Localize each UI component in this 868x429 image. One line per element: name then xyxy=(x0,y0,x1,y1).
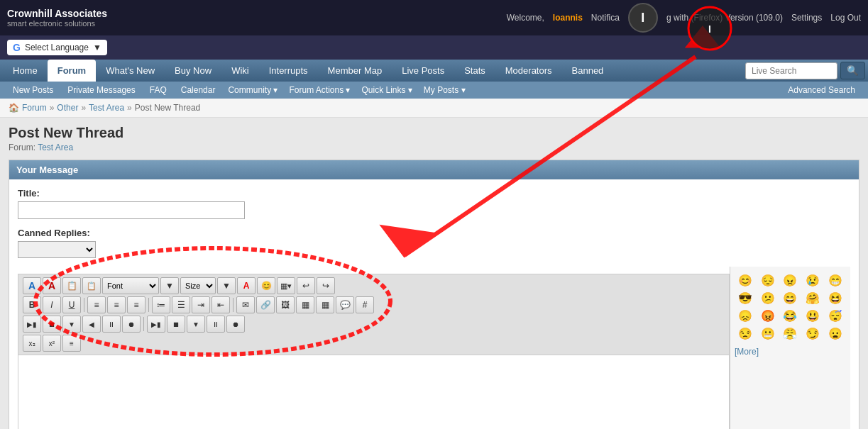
smiley-18[interactable]: 😤 xyxy=(780,325,801,342)
subnav-my-posts-dropdown[interactable]: My Posts ▾ xyxy=(418,82,471,99)
toolbar-btn-indent[interactable]: ⇥ xyxy=(192,296,210,313)
avatar: I xyxy=(628,3,658,33)
toolbar-btn-emoji[interactable]: 😊 xyxy=(257,277,275,294)
smiley-3[interactable]: 😠 xyxy=(780,272,801,289)
nav-banned[interactable]: Banned xyxy=(562,60,614,82)
toolbar-size-select[interactable]: Size xyxy=(180,277,216,294)
breadcrumb-forum[interactable]: Forum xyxy=(22,103,47,113)
toolbar-btn-table2[interactable]: ▦ xyxy=(296,296,314,313)
toolbar-font-dropdown[interactable]: ▼ xyxy=(160,277,179,294)
smiley-6[interactable]: 😎 xyxy=(735,290,756,306)
smiley-20[interactable]: 😦 xyxy=(825,325,846,342)
nav-wiki[interactable]: Wiki xyxy=(221,60,259,82)
search-input[interactable] xyxy=(745,62,837,79)
smiley-12[interactable]: 😡 xyxy=(757,308,779,324)
smiley-5[interactable]: 😁 xyxy=(825,272,846,289)
toolbar-btn-justify[interactable]: ≡ xyxy=(62,335,81,352)
forum-name-link[interactable]: Test Area xyxy=(38,143,73,152)
toolbar-btn-hash[interactable]: # xyxy=(356,296,374,313)
toolbar-btn-r10[interactable]: ⏸ xyxy=(207,316,225,333)
toolbar-btn-b[interactable]: B xyxy=(23,296,41,313)
more-smileys-link[interactable]: [More] xyxy=(735,347,759,357)
settings-link[interactable]: Settings xyxy=(791,13,822,23)
smiley-13[interactable]: 😂 xyxy=(780,308,801,324)
breadcrumb-test-area[interactable]: Test Area xyxy=(89,103,124,113)
nav-buy-now[interactable]: Buy Now xyxy=(165,60,221,82)
smiley-8[interactable]: 😄 xyxy=(780,290,801,306)
smiley-17[interactable]: 😬 xyxy=(757,325,779,342)
toolbar-btn-r4[interactable]: ◀ xyxy=(82,316,101,333)
nav-live-posts[interactable]: Live Posts xyxy=(392,60,454,82)
subnav-community-dropdown[interactable]: Community ▾ xyxy=(222,82,283,99)
toolbar-btn-redo[interactable]: ↪ xyxy=(317,277,335,294)
nav-interrupts[interactable]: Interrupts xyxy=(259,60,318,82)
toolbar-btn-email[interactable]: ✉ xyxy=(236,296,255,313)
toolbar-btn-color[interactable]: A xyxy=(237,277,256,294)
editor-content[interactable] xyxy=(18,355,729,429)
toolbar-btn-subscript[interactable]: x₂ xyxy=(23,335,41,352)
smiley-1[interactable]: 😊 xyxy=(735,272,756,289)
nav-stats[interactable]: Stats xyxy=(454,60,495,82)
smiley-11[interactable]: 😞 xyxy=(735,308,756,324)
logout-link[interactable]: Log Out xyxy=(830,13,861,23)
smiley-16[interactable]: 😒 xyxy=(735,325,756,342)
smiley-19[interactable]: 😏 xyxy=(802,325,823,342)
smiley-7[interactable]: 😕 xyxy=(757,290,779,306)
search-button[interactable]: 🔍 xyxy=(840,62,865,79)
toolbar-btn-quote[interactable]: 💬 xyxy=(336,296,354,313)
toolbar-size-dropdown[interactable]: ▼ xyxy=(217,277,236,294)
toolbar-btn-r7[interactable]: ▶▮ xyxy=(147,316,165,333)
toolbar-btn-r8[interactable]: ⏹ xyxy=(167,316,185,333)
nav-moderators[interactable]: Moderators xyxy=(495,60,562,82)
nav-home[interactable]: Home xyxy=(3,60,48,82)
toolbar-btn-superscript[interactable]: x² xyxy=(43,335,61,352)
toolbar-btn-table3[interactable]: ▦ xyxy=(316,296,334,313)
toolbar-btn-r5[interactable]: ⏸ xyxy=(102,316,121,333)
nav-forum[interactable]: Forum xyxy=(48,60,96,82)
google-translate-widget[interactable]: G Select Language ▼ xyxy=(7,40,107,55)
smiley-9[interactable]: 🤗 xyxy=(802,290,823,306)
toolbar-btn-align-right[interactable]: ≡ xyxy=(127,296,145,313)
smiley-4[interactable]: 😢 xyxy=(802,272,823,289)
canned-replies-select[interactable] xyxy=(18,241,96,258)
sub-nav-left: New Posts Private Messages FAQ Calendar … xyxy=(6,82,471,99)
smiley-15[interactable]: 😴 xyxy=(825,308,846,324)
toolbar-btn-r6[interactable]: ⏺ xyxy=(122,316,141,333)
smiley-10[interactable]: 😆 xyxy=(825,290,846,306)
subnav-forum-actions-dropdown[interactable]: Forum Actions ▾ xyxy=(283,82,356,99)
smiley-grid: 😊 😔 😠 😢 😁 😎 😕 😄 🤗 😆 😞 😡 😂 😃 xyxy=(735,272,846,342)
toolbar-btn-strikethrough-a[interactable]: A xyxy=(43,277,61,294)
toolbar-font-select[interactable]: Font xyxy=(102,277,159,294)
subnav-faq[interactable]: FAQ xyxy=(143,82,174,99)
toolbar-btn-i[interactable]: I xyxy=(43,296,61,313)
nav-member-map[interactable]: Member Map xyxy=(318,60,392,82)
toolbar-btn-r2[interactable]: ⏹ xyxy=(43,316,61,333)
toolbar-btn-u[interactable]: U xyxy=(62,296,81,313)
subnav-calendar[interactable]: Calendar xyxy=(174,82,223,99)
toolbar-btn-r3[interactable]: ▼ xyxy=(62,316,81,333)
toolbar-btn-outdent[interactable]: ⇤ xyxy=(211,296,230,313)
nav-whats-new[interactable]: What's New xyxy=(96,60,165,82)
advanced-search-link[interactable]: Advanced Search xyxy=(781,82,862,99)
subnav-private-messages[interactable]: Private Messages xyxy=(60,82,142,99)
toolbar-btn-undo[interactable]: ↩ xyxy=(297,277,315,294)
toolbar-btn-image[interactable]: 🖼 xyxy=(276,296,295,313)
toolbar-btn-r1[interactable]: ▶▮ xyxy=(23,316,41,333)
title-input[interactable] xyxy=(18,201,245,219)
toolbar-btn-align-left[interactable]: ≡ xyxy=(87,296,106,313)
breadcrumb-other[interactable]: Other xyxy=(57,103,78,113)
smiley-2[interactable]: 😔 xyxy=(757,272,779,289)
toolbar-btn-align-center[interactable]: ≡ xyxy=(107,296,126,313)
toolbar-btn-ordered-list[interactable]: ≔ xyxy=(152,296,170,313)
toolbar-btn-copy[interactable]: 📋 xyxy=(62,277,81,294)
toolbar-btn-paste[interactable]: 📋 xyxy=(82,277,101,294)
toolbar-btn-r11[interactable]: ⏺ xyxy=(226,316,245,333)
subnav-new-posts[interactable]: New Posts xyxy=(6,82,60,99)
toolbar-btn-r9[interactable]: ▼ xyxy=(187,316,205,333)
smiley-14[interactable]: 😃 xyxy=(802,308,823,324)
toolbar-btn-link[interactable]: 🔗 xyxy=(256,296,275,313)
subnav-quick-links-dropdown[interactable]: Quick Links ▾ xyxy=(356,82,418,99)
toolbar-btn-unordered-list[interactable]: ☰ xyxy=(172,296,190,313)
toolbar-btn-table[interactable]: ▦▾ xyxy=(277,277,295,294)
toolbar-btn-bold-a[interactable]: A xyxy=(23,277,41,294)
